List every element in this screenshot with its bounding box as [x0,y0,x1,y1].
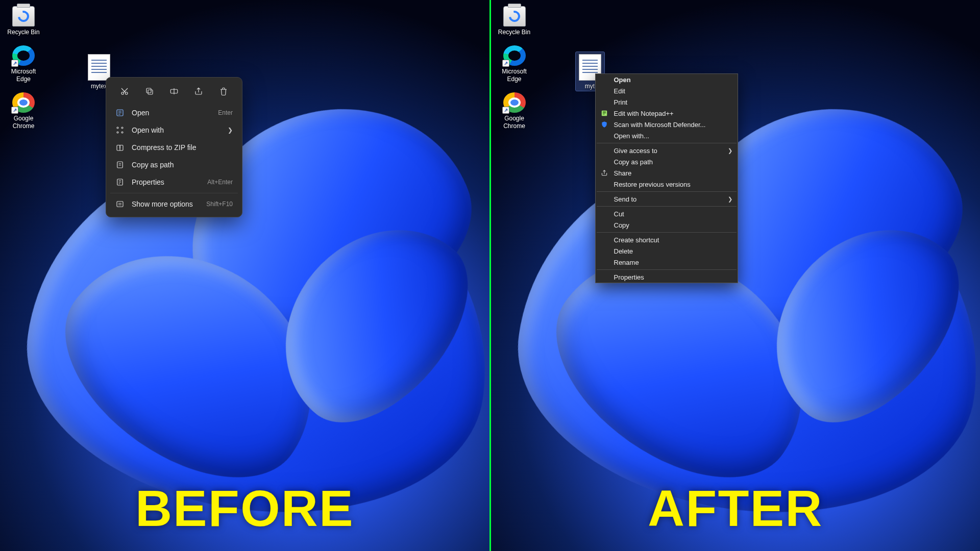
cut-icon-button[interactable] [117,84,132,99]
shortcut-label: Shift+F10 [206,201,233,208]
menu-item-rename[interactable]: Rename [596,257,738,268]
menu-item-open-with[interactable]: Open with... [596,130,738,141]
copy-icon-button[interactable] [142,84,157,99]
rename-icon-button[interactable] [166,84,182,99]
chevron-right-icon: ❯ [728,196,732,203]
after-pane: Recycle Bin ↗ Microsoft Edge ↗ Google Ch… [491,0,981,551]
shortcut-label: Enter [218,109,233,116]
chevron-right-icon: ❯ [228,127,233,134]
edge-icon: ↗ [503,45,526,66]
menu-item-delete[interactable]: Delete [596,245,738,257]
menu-item-scan-defender[interactable]: Scan with Microsoft Defender... [596,119,738,130]
menu-item-edit[interactable]: Edit [596,85,738,96]
properties-icon [115,178,125,187]
menu-item-create-shortcut[interactable]: Create shortcut [596,234,738,245]
desktop-icon-label: Microsoft Edge [4,68,43,83]
menu-item-open[interactable]: Open [596,74,738,85]
menu-separator [110,193,238,193]
desktop-icon-chrome[interactable]: ↗ Google Chrome [4,90,43,131]
share-icon-button[interactable] [191,84,206,99]
desktop-icon-edge[interactable]: ↗ Microsoft Edge [4,43,43,84]
shortcut-overlay-icon: ↗ [502,107,509,114]
menu-item-send-to[interactable]: Send to❯ [596,193,738,205]
menu-item-show-more-options[interactable]: Show more options Shift+F10 [109,195,239,213]
open-icon [115,108,125,117]
text-file-icon [88,54,110,81]
recycle-bin-icon [12,6,35,27]
show-more-icon [115,199,125,209]
context-menu-win11: Open Enter Open with ❯ Compress to ZIP f… [106,77,242,217]
menu-item-copy[interactable]: Copy [596,219,738,231]
recycle-bin-icon [503,6,526,27]
before-pane: Recycle Bin ↗ Microsoft Edge ↗ Google Ch… [0,0,489,551]
menu-item-open[interactable]: Open Enter [109,104,239,121]
svg-point-1 [126,92,128,95]
menu-item-open-with[interactable]: Open with ❯ [109,121,239,139]
svg-rect-11 [117,162,123,168]
desktop-icon-label: Recycle Bin [495,29,534,36]
open-with-icon [115,126,125,135]
menu-separator [597,269,737,270]
desktop-icon-label: Recycle Bin [4,29,43,36]
svg-rect-13 [117,202,123,207]
menu-separator [597,232,737,233]
menu-item-share[interactable]: Share [596,167,738,179]
copy-path-icon [115,160,125,169]
menu-item-properties[interactable]: Properties [596,271,738,283]
menu-item-properties[interactable]: Properties Alt+Enter [109,173,239,191]
menu-item-edit-with-notepadpp[interactable]: Edit with Notepad++ [596,108,738,119]
delete-icon-button[interactable] [216,84,231,99]
zip-icon [115,143,125,152]
svg-rect-2 [148,90,153,94]
shortcut-overlay-icon: ↗ [11,107,18,114]
desktop-icon-chrome[interactable]: ↗ Google Chrome [495,90,534,131]
svg-point-9 [121,132,123,133]
context-menu-classic: Open Edit Print Edit with Notepad++ Scan… [595,73,738,283]
before-caption: BEFORE [135,479,354,538]
after-caption: AFTER [648,479,823,538]
desktop-icon-recycle-bin[interactable]: Recycle Bin [4,4,43,37]
desktop-icon-edge[interactable]: ↗ Microsoft Edge [495,43,534,84]
desktop-icon-label: Google Chrome [495,115,534,130]
svg-point-7 [121,127,123,129]
edge-icon: ↗ [12,45,35,66]
svg-point-8 [117,132,118,133]
chrome-icon: ↗ [503,92,526,113]
menu-separator [597,206,737,207]
menu-separator [597,143,737,143]
chrome-icon: ↗ [12,92,35,113]
menu-item-copy-as-path[interactable]: Copy as path [109,156,239,173]
notepadpp-icon [600,109,609,117]
svg-point-0 [121,92,124,95]
shortcut-label: Alt+Enter [207,179,233,186]
menu-item-restore-previous-versions[interactable]: Restore previous versions [596,179,738,190]
menu-separator [597,191,737,192]
svg-rect-3 [146,88,151,93]
menu-item-print[interactable]: Print [596,96,738,108]
shortcut-overlay-icon: ↗ [11,60,18,67]
menu-item-compress-zip[interactable]: Compress to ZIP file [109,139,239,156]
desktop-icon-label: Google Chrome [4,115,43,130]
desktop-icon-label: Microsoft Edge [495,68,534,83]
svg-point-6 [117,127,118,129]
share-icon [600,169,609,177]
menu-item-cut[interactable]: Cut [596,208,738,219]
defender-shield-icon [600,120,609,129]
menu-item-copy-as-path[interactable]: Copy as path [596,156,738,167]
shortcut-overlay-icon: ↗ [502,60,509,67]
chevron-right-icon: ❯ [728,147,732,154]
menu-item-give-access-to[interactable]: Give access to❯ [596,145,738,156]
desktop-icon-recycle-bin[interactable]: Recycle Bin [495,4,534,37]
